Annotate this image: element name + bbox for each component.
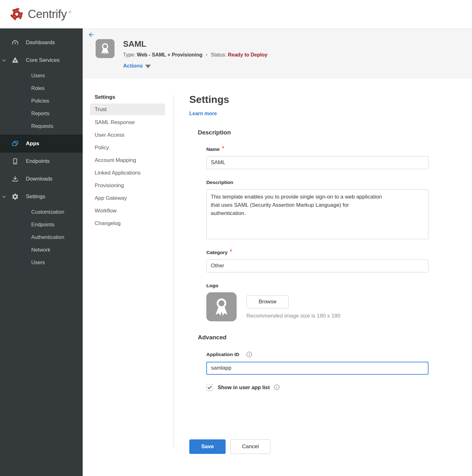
settings-panel: Settings Learn more Description Name * D… bbox=[174, 79, 428, 476]
application-id-input[interactable] bbox=[206, 362, 428, 375]
status-value: Ready to Deploy bbox=[228, 52, 267, 57]
settings-subnav: Settings Trust SAML Response User Access… bbox=[83, 79, 174, 476]
info-icon[interactable] bbox=[274, 384, 280, 390]
logo-label: Logo bbox=[206, 283, 428, 289]
subnav-item-saml-response[interactable]: SAML Response bbox=[90, 116, 165, 129]
ribbon-award-icon bbox=[98, 41, 112, 56]
page: Centrify ® Dashboards bbox=[0, 0, 472, 476]
sidebar-item-label: Settings bbox=[26, 193, 45, 200]
registered-mark: ® bbox=[68, 10, 71, 14]
checkmark-icon bbox=[207, 385, 212, 390]
sidebar-subitem-authentication[interactable]: Authentication bbox=[0, 231, 83, 243]
subnav-item-workflow[interactable]: Workflow bbox=[90, 205, 165, 217]
info-icon[interactable] bbox=[246, 351, 252, 358]
subnav-item-trust[interactable]: Trust bbox=[90, 104, 165, 115]
logo-size-hint: Recommended image size is 180 x 180 bbox=[246, 313, 340, 319]
sidebar-item-downloads[interactable]: Downloads bbox=[0, 170, 83, 188]
app-title: SAML bbox=[123, 40, 268, 48]
sidebar-item-settings[interactable]: Settings bbox=[0, 188, 83, 205]
type-value: Web - SAML + Provisioning bbox=[137, 52, 203, 57]
category-input[interactable] bbox=[206, 259, 428, 272]
sidebar-item-dashboards[interactable]: Dashboards bbox=[0, 34, 83, 51]
status-label: Status: bbox=[211, 52, 227, 57]
save-button[interactable]: Save bbox=[189, 439, 226, 454]
sidebar-subitem-customization[interactable]: Customization bbox=[0, 205, 83, 218]
gear-icon bbox=[11, 193, 19, 200]
core-services-icon bbox=[11, 57, 19, 64]
sidebar-subitem-network[interactable]: Network bbox=[0, 243, 83, 256]
back-button[interactable] bbox=[87, 31, 95, 39]
centrify-logo-icon bbox=[9, 7, 24, 21]
sidebar-item-label: Apps bbox=[26, 140, 39, 147]
sidebar: Dashboards Core Services Users Roles Pol… bbox=[0, 28, 83, 476]
sidebar-subitem-policies[interactable]: Policies bbox=[0, 94, 83, 107]
dashboard-gauge-icon bbox=[11, 39, 19, 46]
back-arrow-icon bbox=[88, 31, 95, 38]
subnav-item-policy[interactable]: Policy bbox=[90, 141, 165, 154]
subnav-header: Settings bbox=[83, 94, 174, 104]
show-in-app-list-checkbox[interactable] bbox=[206, 384, 213, 391]
actions-label: Actions bbox=[123, 63, 143, 69]
chevron-down-icon bbox=[2, 58, 6, 62]
description-section-heading: Description bbox=[198, 129, 428, 136]
sidebar-item-label: Downloads bbox=[26, 176, 52, 182]
vertical-divider bbox=[174, 95, 174, 447]
description-label: Description bbox=[206, 180, 428, 185]
required-asterisk: * bbox=[222, 145, 224, 152]
learn-more-link[interactable]: Learn more bbox=[189, 111, 217, 116]
sidebar-subitem-roles[interactable]: Roles bbox=[0, 82, 83, 94]
subnav-item-account-mapping[interactable]: Account Mapping bbox=[90, 154, 165, 167]
endpoints-phone-icon bbox=[11, 158, 19, 165]
sidebar-subitem-users[interactable]: Users bbox=[0, 256, 83, 269]
type-label: Type: bbox=[123, 52, 135, 57]
apps-icon bbox=[11, 140, 19, 147]
application-id-label: Application ID bbox=[206, 351, 428, 358]
subnav-item-provisioning[interactable]: Provisioning bbox=[90, 179, 165, 192]
subnav-item-changelog[interactable]: Changelog bbox=[90, 217, 165, 230]
show-in-app-list-label: Show in user app list bbox=[218, 384, 270, 390]
topbar: Centrify ® bbox=[0, 0, 472, 28]
downloads-icon bbox=[11, 175, 19, 183]
brand-name: Centrify bbox=[28, 8, 67, 21]
name-label: Name * bbox=[206, 146, 428, 152]
name-input[interactable] bbox=[206, 156, 428, 169]
app-header: SAML Type: Web - SAML + Provisioning • S… bbox=[83, 28, 472, 79]
caret-down-icon bbox=[145, 65, 151, 68]
separator-dot: • bbox=[206, 52, 208, 57]
sidebar-subitem-requests[interactable]: Requests bbox=[0, 120, 83, 132]
sidebar-item-apps[interactable]: Apps bbox=[0, 135, 83, 152]
browse-button[interactable]: Browse bbox=[246, 295, 289, 308]
sidebar-item-label: Endpoints bbox=[26, 158, 50, 164]
sidebar-item-label: Dashboards bbox=[26, 39, 55, 46]
app-logo bbox=[96, 39, 115, 58]
sidebar-subitem-endpoints[interactable]: Endpoints bbox=[0, 218, 83, 231]
sidebar-item-label: Core Services bbox=[26, 57, 60, 63]
sidebar-item-core-services[interactable]: Core Services bbox=[0, 51, 83, 69]
description-textarea[interactable]: This template enables you to provide sin… bbox=[206, 189, 428, 239]
app-logo-preview bbox=[206, 292, 237, 321]
cancel-button[interactable]: Cancel bbox=[230, 439, 270, 454]
sidebar-subitem-reports[interactable]: Reports bbox=[0, 107, 83, 120]
page-title: Settings bbox=[189, 94, 428, 105]
ribbon-award-icon bbox=[210, 295, 233, 318]
sidebar-item-endpoints[interactable]: Endpoints bbox=[0, 152, 83, 170]
advanced-section-heading: Advanced bbox=[198, 334, 428, 341]
category-label: Category * bbox=[206, 250, 428, 255]
app-type-status: Type: Web - SAML + Provisioning • Status… bbox=[123, 52, 268, 58]
brand-logo: Centrify ® bbox=[9, 7, 71, 21]
subnav-item-app-gateway[interactable]: App Gateway bbox=[90, 192, 165, 205]
subnav-item-linked-applications[interactable]: Linked Applications bbox=[90, 167, 165, 179]
required-asterisk: * bbox=[230, 248, 232, 255]
subnav-item-user-access[interactable]: User Access bbox=[90, 129, 165, 141]
actions-dropdown[interactable]: Actions bbox=[123, 63, 151, 69]
chevron-down-icon bbox=[2, 194, 6, 199]
sidebar-subitem-users[interactable]: Users bbox=[0, 69, 83, 82]
